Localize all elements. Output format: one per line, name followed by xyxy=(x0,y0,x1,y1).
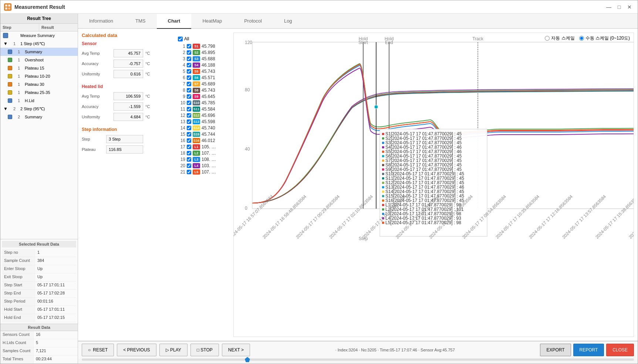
tree-item-plateau15[interactable]: 1 Plateau 15 xyxy=(0,64,78,72)
play-button[interactable]: ▷ PLAY xyxy=(159,344,188,356)
step-field-input[interactable] xyxy=(106,135,143,143)
sensor-checkbox-S12[interactable] xyxy=(187,113,191,118)
sensor-num: 5 xyxy=(178,69,185,74)
tree-col-headers: Step Result xyxy=(0,24,78,31)
heated-uniformity-input[interactable] xyxy=(114,113,143,121)
auto-scale-radio[interactable] xyxy=(545,36,550,41)
sensor-row-S8: 8S845.743 xyxy=(178,88,230,93)
sensor-badge-L1: L1 xyxy=(193,144,200,149)
tab-log[interactable]: Log xyxy=(273,14,303,29)
summary1-label: Summary xyxy=(24,50,76,54)
close-button[interactable]: CLOSE xyxy=(606,344,634,356)
sensor-checkbox-S11[interactable] xyxy=(187,107,191,111)
tree-item-step2[interactable]: ▼ 2 2 Step (95℃) xyxy=(0,105,78,113)
heated-avg-temp-input[interactable] xyxy=(114,92,143,100)
sensors-count-value: 16 xyxy=(34,331,78,339)
sensor-value-L2: 107. … xyxy=(202,151,216,156)
heated-accuracy-input[interactable] xyxy=(114,102,143,111)
summary2-label: Summary xyxy=(24,115,76,119)
sensor-checkbox-L4[interactable] xyxy=(187,164,191,168)
info-step-no: Step no 1 xyxy=(2,249,76,257)
sensor-value-S15: 45.744 xyxy=(202,132,215,137)
tree-item-measure-summary[interactable]: Measure Summary xyxy=(0,31,78,40)
svg-rect-2 xyxy=(5,7,7,10)
sensor-checkbox-L2[interactable] xyxy=(187,151,191,155)
plateau1020-icon xyxy=(6,73,14,79)
reset-button[interactable]: ○ RESET xyxy=(82,344,114,356)
tab-protocol[interactable]: Protocol xyxy=(233,14,273,29)
sensor-badge-S11: S11 xyxy=(193,107,200,112)
total-times-value: 00:23:44 xyxy=(34,355,78,363)
accuracy-input[interactable] xyxy=(114,60,143,68)
sensor-row-S7: 7S745.689 xyxy=(178,81,230,87)
slider-track[interactable] xyxy=(82,358,634,361)
sensor-checkbox-S4[interactable] xyxy=(187,63,191,67)
sensor-checkbox-S1[interactable] xyxy=(187,44,191,48)
next-button[interactable]: NEXT > xyxy=(222,344,250,356)
hlids-count-value: 5 xyxy=(34,339,78,347)
sensor-checkbox-S3[interactable] xyxy=(187,57,191,61)
export-button[interactable]: EXPORT xyxy=(540,344,571,356)
sidebar: Result Tree Step Result Measure Summary … xyxy=(0,14,78,364)
sensor-checkbox-S2[interactable] xyxy=(187,50,191,55)
sensor-checkbox-L1[interactable] xyxy=(187,145,191,149)
uniformity-input[interactable] xyxy=(114,70,143,78)
info-exit-sloop: Exit Sloop Up xyxy=(2,273,76,282)
close-window-button[interactable]: ✕ xyxy=(625,3,634,11)
measure-summary-label: Measure Summary xyxy=(20,33,76,38)
sensor-checkbox-S15[interactable] xyxy=(187,132,191,136)
manual-scale-option[interactable]: 수동 스케일 (0~120도) xyxy=(579,35,630,41)
avg-temp-label: Avg Temp xyxy=(82,51,111,55)
summary2-icon xyxy=(6,114,14,120)
enter-sloop-label: Enter Sloop xyxy=(2,265,35,273)
samples-count-value: 7,121 xyxy=(34,347,78,355)
tab-tms[interactable]: TMS xyxy=(124,14,156,29)
exit-sloop-value: Up xyxy=(35,273,76,281)
tab-heatmap[interactable]: HeatMap xyxy=(191,14,233,29)
info-sample-count: Sample Count 384 xyxy=(2,257,76,265)
enter-sloop-value: Up xyxy=(35,265,76,273)
tab-information[interactable]: Information xyxy=(78,14,124,29)
tree-item-summary1[interactable]: 1 Summary xyxy=(0,48,78,56)
stop-label: □ STOP xyxy=(197,347,213,353)
sidebar-tree: Measure Summary ▼ 1 1 Step (45℃) 1 Summa… xyxy=(0,31,78,239)
step2-icon: ▼ xyxy=(2,106,9,112)
sensor-checkbox-S16[interactable] xyxy=(187,138,191,143)
tree-header: Result Tree xyxy=(0,14,78,24)
avg-temp-input[interactable] xyxy=(114,49,143,57)
auto-scale-option[interactable]: 자동 스케일 xyxy=(545,35,574,41)
tree-item-hlid[interactable]: 1 H.Lid xyxy=(0,97,78,105)
tree-item-plateau1020[interactable]: 1 Plateau 10-20 xyxy=(0,72,78,80)
exit-sloop-label: Exit Sloop xyxy=(2,273,35,281)
report-button[interactable]: REPORT xyxy=(573,344,604,356)
sensor-row-S10: 10S1045.785 xyxy=(178,100,230,105)
sensor-checkbox-S14[interactable] xyxy=(187,126,191,130)
plateau-field-input[interactable] xyxy=(106,145,143,154)
all-checkbox[interactable] xyxy=(178,37,183,41)
stop-button[interactable]: □ STOP xyxy=(190,344,219,356)
sensor-checkbox-S10[interactable] xyxy=(187,101,191,105)
maximize-button[interactable]: □ xyxy=(615,3,624,11)
tree-item-step1[interactable]: ▼ 1 1 Step (45℃) xyxy=(0,40,78,48)
sensor-checkbox-L5[interactable] xyxy=(187,170,191,174)
step2-num: 2 xyxy=(9,107,20,111)
tab-chart[interactable]: Chart xyxy=(157,14,192,29)
sensor-row-S11: 11S1145.584 xyxy=(178,107,230,112)
previous-button[interactable]: < PREVIOUS xyxy=(117,344,156,356)
tree-item-plateau2535[interactable]: 1 Plateau 25-35 xyxy=(0,88,78,97)
sensor-checkbox-S5[interactable] xyxy=(187,69,191,74)
tree-item-summary2[interactable]: 2 Summary xyxy=(0,113,78,121)
tree-item-overshoot[interactable]: 1 Overshoot xyxy=(0,56,78,64)
sensor-checkbox-S6[interactable] xyxy=(187,75,191,80)
sensor-checkbox-S7[interactable] xyxy=(187,82,191,86)
tree-item-plateau30[interactable]: 1 Plateau 30 xyxy=(0,80,78,88)
manual-scale-radio[interactable] xyxy=(579,36,584,41)
plateau-field: Plateau xyxy=(82,145,174,154)
sensor-checkbox-L3[interactable] xyxy=(187,157,191,162)
minimize-button[interactable]: — xyxy=(604,3,613,11)
sensor-checkbox-S8[interactable] xyxy=(187,88,191,92)
sensor-checkbox-S9[interactable] xyxy=(187,94,191,99)
sensor-checkbox-S13[interactable] xyxy=(187,119,191,124)
svg-text:40: 40 xyxy=(245,146,250,152)
tab-bar: Information TMS Chart HeatMap Protocol L… xyxy=(78,14,638,29)
